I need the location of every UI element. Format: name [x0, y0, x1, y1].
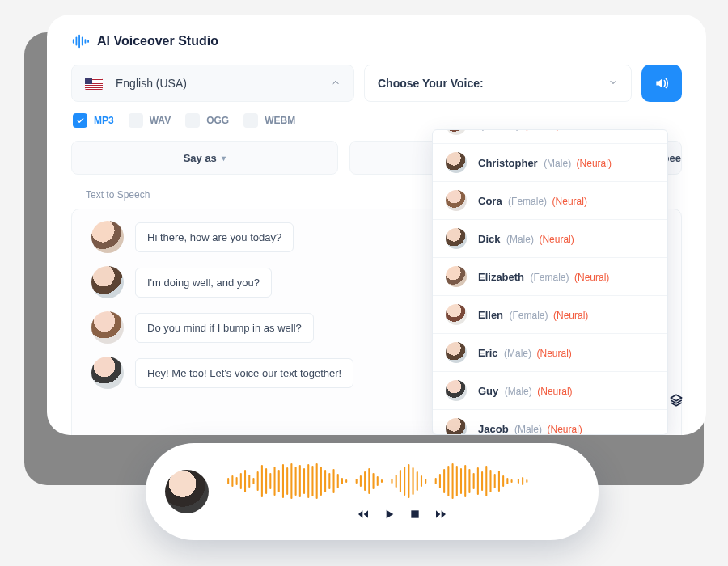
voice-gender: (Male) — [514, 424, 542, 435]
speaker-icon — [654, 75, 670, 91]
avatar — [446, 152, 467, 173]
voice-type: (Neural) — [552, 196, 587, 207]
checkbox-icon — [243, 113, 258, 128]
voice-option-ellen[interactable]: Ellen (Female) (Neural) — [433, 296, 667, 334]
voice-dropdown[interactable]: (Female) (Neural) Christopher (Male) (Ne… — [432, 129, 668, 435]
app-title: AI Voiceover Studio — [97, 34, 218, 49]
language-label: English (USA) — [116, 77, 187, 90]
avatar — [446, 304, 467, 325]
format-label: OGG — [206, 115, 229, 126]
voice-gender: (Female) — [480, 129, 519, 131]
chevron-down-icon — [608, 76, 618, 91]
format-ogg[interactable]: OGG — [185, 113, 229, 128]
player-controls — [357, 508, 447, 521]
format-label: MP3 — [94, 115, 114, 126]
app-header: AI Voiceover Studio — [71, 32, 682, 50]
svg-rect-73 — [411, 510, 418, 517]
checkbox-icon — [185, 113, 200, 128]
avatar[interactable] — [91, 357, 124, 389]
voice-gender: (Female) — [508, 196, 547, 207]
format-label: WAV — [150, 115, 171, 126]
message-text: Hi there, how are you today? — [147, 231, 281, 243]
format-label: WEBM — [265, 115, 295, 126]
voice-name: Ellen — [478, 309, 503, 321]
voice-name: Dick — [478, 233, 500, 245]
player-avatar[interactable] — [165, 470, 209, 513]
voice-option-guy[interactable]: Guy (Male) (Neural) — [433, 372, 667, 410]
voice-label: (Female) (Neural) — [478, 129, 560, 132]
voice-option-dick[interactable]: Dick (Male) (Neural) — [433, 220, 667, 258]
avatar — [446, 129, 467, 135]
checkbox-checked-icon — [73, 113, 87, 128]
voice-option-jacob[interactable]: Jacob (Male) (Neural) — [433, 410, 667, 435]
voice-gender: (Female) — [531, 272, 569, 283]
voice-gender: (Male) — [506, 234, 534, 245]
avatar[interactable] — [91, 311, 124, 344]
message-text: I'm doing well, and you? — [147, 277, 260, 289]
voice-type: (Neural) — [524, 129, 559, 131]
player-center — [225, 463, 579, 521]
voice-type: (Neural) — [577, 158, 612, 169]
voice-name: Christopher — [478, 157, 538, 169]
avatar — [446, 380, 467, 401]
voice-option-elizabeth[interactable]: Elizabeth (Female) (Neural) — [433, 258, 667, 296]
message-text: Do you mind if I bump in as well? — [147, 322, 302, 334]
forward-button[interactable] — [434, 508, 447, 521]
format-webm[interactable]: WEBM — [243, 113, 295, 128]
voice-type: (Neural) — [537, 348, 572, 359]
preview-audio-button[interactable] — [641, 65, 682, 102]
language-select[interactable]: English (USA) — [71, 65, 354, 102]
voice-name: Jacob — [478, 423, 509, 435]
avatar — [446, 342, 467, 363]
avatar — [446, 228, 467, 249]
voice-type: (Neural) — [548, 424, 582, 435]
voice-select-label: Choose Your Voice: — [378, 77, 484, 90]
avatar — [446, 190, 467, 211]
voice-gender: (Male) — [504, 348, 531, 359]
voice-option-christopher[interactable]: Christopher (Male) (Neural) — [433, 144, 667, 182]
rewind-button[interactable] — [357, 508, 370, 521]
voice-option[interactable]: (Female) (Neural) — [433, 129, 667, 144]
say-as-tab[interactable]: Say as ▾ — [71, 141, 338, 175]
format-mp3[interactable]: MP3 — [73, 113, 114, 128]
format-wav[interactable]: WAV — [129, 113, 171, 128]
message-bubble[interactable]: Hi there, how are you today? — [135, 222, 294, 252]
voice-option-cora[interactable]: Cora (Female) (Neural) — [433, 182, 667, 220]
chevron-up-icon — [331, 76, 341, 91]
voice-name: Eric — [478, 347, 498, 359]
avatar — [446, 266, 467, 287]
waveform-icon — [225, 463, 579, 500]
stop-button[interactable] — [408, 508, 421, 521]
voice-gender: (Male) — [544, 158, 571, 169]
avatar[interactable] — [91, 266, 124, 298]
avatar[interactable] — [91, 221, 124, 253]
waveform-logo-icon — [71, 32, 89, 50]
format-options: MP3 WAV OGG WEBM — [71, 113, 682, 128]
voice-type: (Neural) — [539, 234, 574, 245]
voice-select[interactable]: Choose Your Voice: — [364, 65, 632, 102]
voice-name: Cora — [478, 195, 502, 207]
play-button[interactable] — [383, 508, 396, 521]
voice-type: (Neural) — [553, 310, 588, 321]
message-text: Hey! Me too! Let's voice our text togeth… — [147, 367, 341, 379]
toolbar: English (USA) Choose Your Voice: — [71, 65, 682, 102]
voice-type: (Neural) — [537, 386, 572, 397]
message-bubble[interactable]: I'm doing well, and you? — [135, 268, 272, 298]
audio-player — [146, 443, 599, 540]
app-window: AI Voiceover Studio English (USA) Choose… — [47, 15, 706, 435]
message-bubble[interactable]: Do you mind if I bump in as well? — [135, 313, 314, 343]
voice-name: Elizabeth — [478, 271, 524, 283]
voice-option-eric[interactable]: Eric (Male) (Neural) — [433, 334, 667, 372]
flag-us-icon — [85, 78, 103, 90]
checkbox-icon — [129, 113, 143, 128]
voice-gender: (Female) — [510, 310, 548, 321]
avatar — [446, 418, 467, 435]
caret-down-icon: ▾ — [222, 154, 226, 163]
voice-name: Guy — [478, 385, 498, 397]
layers-icon[interactable] — [669, 393, 684, 411]
voice-gender: (Male) — [505, 386, 532, 397]
tab-label: Say as — [184, 152, 217, 164]
message-bubble[interactable]: Hey! Me too! Let's voice our text togeth… — [135, 358, 353, 388]
voice-type: (Neural) — [574, 272, 609, 283]
